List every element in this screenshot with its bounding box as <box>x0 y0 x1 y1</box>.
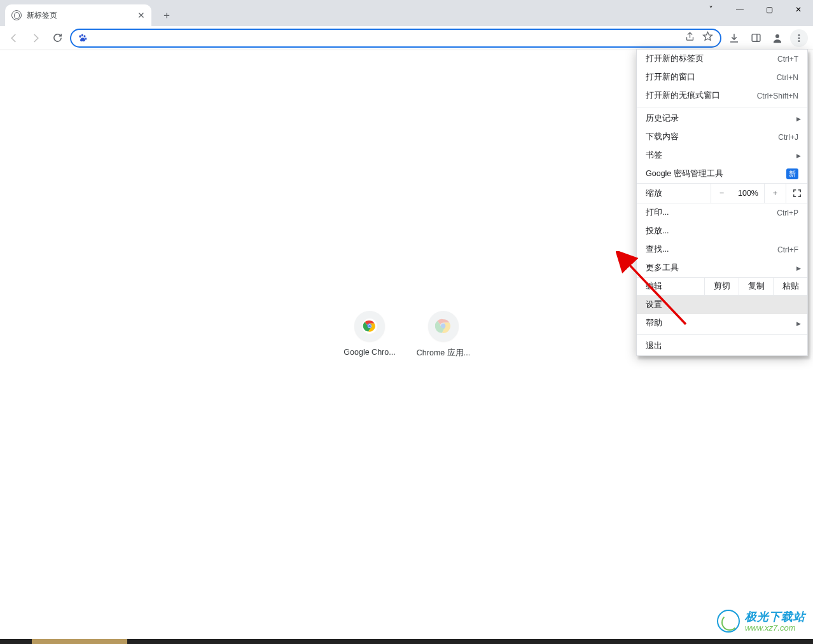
menu-exit[interactable]: 退出 <box>637 337 807 355</box>
chevron-right-icon: ▶ <box>796 116 801 122</box>
zoom-value: 100% <box>732 189 764 198</box>
cut-button[interactable]: 剪切 <box>704 278 739 295</box>
svg-rect-4 <box>752 34 760 41</box>
menu-separator <box>637 334 807 335</box>
fullscreen-button[interactable] <box>786 184 807 203</box>
tab-search-button[interactable]: ˅ <box>696 0 725 19</box>
window-controls: ˅ — ▢ ✕ <box>696 0 813 19</box>
watermark-logo-icon <box>717 610 740 633</box>
side-panel-button[interactable] <box>747 29 765 47</box>
shortcut-chrome[interactable]: Google Chro... <box>342 311 398 359</box>
zoom-out-button[interactable]: − <box>711 184 732 203</box>
close-tab-icon[interactable]: ✕ <box>137 11 145 20</box>
shortcut-tile <box>354 311 385 341</box>
svg-point-8 <box>798 40 800 42</box>
shortcut-label: Chrome 应用... <box>415 348 471 359</box>
baidu-paw-icon <box>78 33 88 43</box>
chrome-menu: 打开新的标签页Ctrl+T 打开新的窗口Ctrl+N 打开新的无痕式窗口Ctrl… <box>636 49 808 356</box>
watermark: 极光下载站 www.xz7.com <box>717 610 805 633</box>
globe-icon <box>11 10 22 20</box>
chevron-right-icon: ▶ <box>796 265 801 271</box>
menu-print[interactable]: 打印...Ctrl+P <box>637 203 807 222</box>
menu-settings[interactable]: 设置 <box>637 296 807 314</box>
address-bar[interactable] <box>70 29 721 48</box>
svg-point-7 <box>798 37 800 39</box>
back-button[interactable] <box>5 29 23 47</box>
menu-new-tab[interactable]: 打开新的标签页Ctrl+T <box>637 50 807 68</box>
browser-tab[interactable]: 新标签页 ✕ <box>5 4 151 26</box>
copy-button[interactable]: 复制 <box>739 278 773 295</box>
new-tab-button[interactable]: ＋ <box>158 6 176 24</box>
svg-point-12 <box>368 325 371 327</box>
svg-point-5 <box>775 34 779 38</box>
menu-bookmarks[interactable]: 书签▶ <box>637 146 807 165</box>
chrome-logo-faded-icon <box>435 318 452 334</box>
svg-point-0 <box>79 35 81 38</box>
svg-point-3 <box>85 38 87 39</box>
menu-more-tools[interactable]: 更多工具▶ <box>637 259 807 277</box>
menu-cast[interactable]: 投放... <box>637 222 807 240</box>
menu-passwords[interactable]: Google 密码管理工具新 <box>637 165 807 183</box>
titlebar: 新标签页 ✕ ＋ <box>0 0 813 26</box>
minimize-button[interactable]: — <box>725 0 754 19</box>
new-badge: 新 <box>786 168 798 179</box>
shortcut-tile <box>428 311 459 341</box>
shortcut-label: Google Chro... <box>342 348 398 357</box>
menu-new-window[interactable]: 打开新的窗口Ctrl+N <box>637 68 807 86</box>
menu-find[interactable]: 查找...Ctrl+F <box>637 240 807 259</box>
watermark-title: 极光下载站 <box>745 611 805 622</box>
menu-history[interactable]: 历史记录▶ <box>637 109 807 128</box>
zoom-label: 缩放 <box>637 188 711 199</box>
svg-point-1 <box>81 34 83 36</box>
chrome-menu-button[interactable] <box>790 29 808 47</box>
menu-incognito[interactable]: 打开新的无痕式窗口Ctrl+Shift+N <box>637 86 807 105</box>
menu-downloads[interactable]: 下载内容Ctrl+J <box>637 128 807 146</box>
close-window-button[interactable]: ✕ <box>784 0 813 19</box>
menu-separator <box>637 107 807 107</box>
menu-zoom-row: 缩放 − 100% + <box>637 183 807 203</box>
bookmark-star-icon[interactable] <box>701 31 714 45</box>
chevron-right-icon: ▶ <box>796 153 801 159</box>
taskbar-sliver <box>0 639 813 644</box>
svg-point-2 <box>84 35 86 38</box>
profile-button[interactable] <box>768 29 786 47</box>
forward-button[interactable] <box>27 29 45 47</box>
shortcut-chrome-apps[interactable]: Chrome 应用... <box>415 311 471 359</box>
menu-edit-row: 编辑 剪切 复制 粘贴 <box>637 277 807 296</box>
svg-point-6 <box>798 34 800 36</box>
edit-label: 编辑 <box>637 281 704 292</box>
tab-title: 新标签页 <box>27 10 57 21</box>
toolbar <box>0 26 813 50</box>
downloads-button[interactable] <box>725 29 743 47</box>
menu-help[interactable]: 帮助▶ <box>637 314 807 332</box>
shortcuts-row: Google Chro... Chrome 应用... <box>342 311 471 359</box>
reload-button[interactable] <box>48 29 66 47</box>
chrome-logo-icon <box>361 318 378 334</box>
chevron-right-icon: ▶ <box>796 320 801 327</box>
maximize-button[interactable]: ▢ <box>754 0 784 19</box>
zoom-in-button[interactable]: + <box>764 184 786 203</box>
watermark-url: www.xz7.com <box>745 624 805 632</box>
paste-button[interactable]: 粘贴 <box>773 278 807 295</box>
address-input[interactable] <box>93 33 678 43</box>
share-icon[interactable] <box>683 31 696 45</box>
